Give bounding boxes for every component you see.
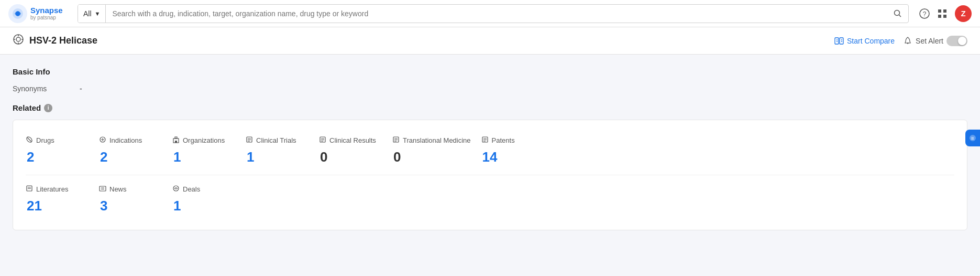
organizations-count: 1 — [172, 149, 235, 165]
organizations-header: Organizations — [172, 136, 235, 145]
main-content: Basic Info Synonyms - Related i Drugs — [0, 55, 980, 243]
svg-point-55 — [173, 186, 179, 191]
header-icons: ? Z — [919, 5, 972, 22]
related-item-news[interactable]: News 3 — [99, 179, 172, 219]
chevron-down-icon: ▼ — [95, 10, 101, 17]
grid-icon — [937, 8, 948, 19]
alert-toggle[interactable] — [946, 36, 967, 46]
related-item-indications[interactable]: Indications 2 — [99, 131, 172, 171]
related-section-title: Related i — [13, 103, 967, 112]
news-count: 3 — [99, 198, 162, 214]
clinical-trials-label: Clinical Trials — [256, 136, 296, 144]
avatar[interactable]: Z — [955, 5, 972, 22]
translational-medicine-icon — [392, 136, 400, 145]
svg-rect-8 — [943, 9, 946, 13]
start-compare-button[interactable]: Start Compare — [834, 36, 895, 46]
svg-rect-17 — [835, 38, 839, 44]
organizations-label: Organizations — [183, 136, 225, 144]
news-label: News — [109, 185, 127, 193]
deals-header: Deals — [172, 185, 235, 194]
deals-count: 1 — [172, 198, 235, 214]
news-icon — [99, 185, 106, 194]
logo-by-label: by patsnap — [30, 15, 63, 20]
organizations-icon — [172, 136, 180, 145]
basic-info-title: Basic Info — [13, 67, 967, 76]
related-item-drugs[interactable]: Drugs 2 — [26, 131, 99, 171]
search-bar: All ▼ — [78, 4, 909, 23]
drugs-count: 2 — [26, 149, 89, 165]
translational-medicine-label: Translational Medicine — [403, 136, 471, 144]
clinical-results-icon — [319, 136, 326, 145]
help-icon: ? — [919, 8, 930, 19]
page-title: HSV-2 Helicase — [29, 35, 97, 46]
set-alert-label: Set Alert — [916, 37, 943, 45]
related-item-clinical-trials[interactable]: Clinical Trials 1 — [246, 131, 319, 171]
svg-point-12 — [16, 37, 20, 41]
svg-rect-32 — [175, 141, 177, 143]
logo-text: Synapse by patsnap — [30, 6, 63, 21]
help-button[interactable]: ? — [919, 8, 930, 19]
toggle-knob — [958, 37, 966, 45]
logo: Synapse by patsnap — [8, 4, 71, 23]
patents-icon — [481, 136, 489, 145]
compare-btn-label: Start Compare — [847, 37, 895, 45]
svg-rect-52 — [100, 186, 106, 191]
clinical-results-count: 0 — [319, 149, 382, 165]
related-item-clinical-results[interactable]: Clinical Results 0 — [319, 131, 392, 171]
svg-point-2 — [16, 12, 20, 16]
page-title-left: HSV-2 Helicase — [13, 34, 97, 48]
related-item-deals[interactable]: Deals 1 — [172, 179, 246, 219]
related-item-patents[interactable]: Patents 14 — [481, 131, 555, 171]
set-alert-area: Set Alert — [903, 36, 967, 46]
scroll-widget[interactable]: ≡ — [965, 130, 980, 146]
svg-rect-10 — [943, 15, 946, 18]
search-icon — [894, 9, 902, 18]
clinical-results-header: Clinical Results — [319, 136, 382, 145]
logo-icon — [8, 4, 27, 23]
drugs-icon — [26, 136, 33, 145]
page-title-right: Start Compare Set Alert — [834, 36, 967, 46]
target-icon — [13, 34, 24, 48]
related-item-literatures[interactable]: Literatures 21 — [26, 179, 99, 219]
page-title-bar: HSV-2 Helicase Start Compare Set Alert — [0, 27, 980, 55]
related-row-2: Literatures 21 News 3 — [26, 179, 954, 219]
translational-medicine-header: Translational Medicine — [392, 136, 471, 145]
clinical-results-label: Clinical Results — [329, 136, 376, 144]
related-item-organizations[interactable]: Organizations 1 — [172, 131, 246, 171]
svg-rect-18 — [840, 38, 843, 44]
search-input[interactable] — [106, 5, 887, 23]
scroll-widget-icon: ≡ — [968, 134, 977, 142]
patents-count: 14 — [481, 149, 544, 165]
literatures-icon — [26, 185, 33, 194]
search-type-dropdown[interactable]: All ▼ — [78, 5, 106, 23]
indications-icon — [99, 136, 106, 145]
alert-icon — [903, 36, 912, 46]
search-type-label: All — [83, 9, 92, 18]
indications-header: Indications — [99, 136, 162, 145]
related-title-text: Related — [13, 103, 41, 112]
synonyms-label: Synonyms — [13, 84, 75, 93]
compare-icon — [834, 36, 844, 46]
patents-label: Patents — [492, 136, 515, 144]
indications-label: Indications — [109, 136, 142, 144]
related-info-icon[interactable]: i — [44, 104, 52, 112]
logo-synapse-label: Synapse — [30, 6, 63, 15]
news-header: News — [99, 185, 162, 194]
related-item-translational-medicine[interactable]: Translational Medicine 0 — [392, 131, 481, 171]
svg-text:≡: ≡ — [971, 135, 974, 141]
synonyms-value: - — [80, 84, 82, 93]
synonyms-row: Synonyms - — [13, 84, 967, 93]
apps-button[interactable] — [937, 8, 948, 19]
svg-line-4 — [899, 15, 901, 17]
literatures-header: Literatures — [26, 185, 89, 194]
gear-icon — [13, 34, 24, 45]
literatures-count: 21 — [26, 198, 89, 214]
clinical-trials-icon — [246, 136, 253, 145]
svg-rect-31 — [175, 137, 177, 139]
deals-label: Deals — [183, 185, 200, 193]
clinical-trials-count: 1 — [246, 149, 309, 165]
svg-text:?: ? — [923, 10, 927, 18]
drugs-header: Drugs — [26, 136, 89, 145]
svg-rect-7 — [938, 9, 941, 13]
search-button[interactable] — [887, 9, 908, 18]
